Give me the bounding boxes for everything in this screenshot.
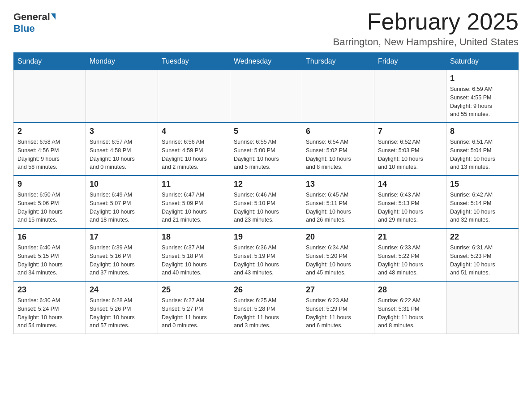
day-info: Sunrise: 6:55 AMSunset: 5:00 PMDaylight:… <box>234 138 298 171</box>
table-row: 21Sunrise: 6:33 AMSunset: 5:22 PMDayligh… <box>374 228 446 281</box>
day-info: Sunrise: 6:31 AMSunset: 5:23 PMDaylight:… <box>450 244 515 277</box>
day-number: 23 <box>17 285 82 295</box>
header-wednesday: Wednesday <box>230 53 302 70</box>
header-sunday: Sunday <box>14 53 86 70</box>
table-row: 6Sunrise: 6:54 AMSunset: 5:02 PMDaylight… <box>302 123 374 176</box>
calendar-week-row: 2Sunrise: 6:58 AMSunset: 4:56 PMDaylight… <box>14 123 519 176</box>
day-number: 12 <box>234 180 298 189</box>
calendar-week-row: 9Sunrise: 6:50 AMSunset: 5:06 PMDaylight… <box>14 176 519 228</box>
logo-blue-text: Blue <box>13 23 35 34</box>
day-number: 2 <box>17 127 82 136</box>
day-info: Sunrise: 6:57 AMSunset: 4:58 PMDaylight:… <box>90 138 154 171</box>
day-info: Sunrise: 6:23 AMSunset: 5:29 PMDaylight:… <box>306 296 370 330</box>
day-info: Sunrise: 6:50 AMSunset: 5:06 PMDaylight:… <box>17 191 82 224</box>
day-number: 19 <box>234 232 298 242</box>
table-row: 28Sunrise: 6:22 AMSunset: 5:31 PMDayligh… <box>374 281 446 334</box>
table-row: 19Sunrise: 6:36 AMSunset: 5:19 PMDayligh… <box>230 228 302 281</box>
table-row: 1Sunrise: 6:59 AMSunset: 4:55 PMDaylight… <box>446 70 519 123</box>
table-row: 13Sunrise: 6:45 AMSunset: 5:11 PMDayligh… <box>302 176 374 228</box>
calendar-week-row: 1Sunrise: 6:59 AMSunset: 4:55 PMDaylight… <box>14 70 519 123</box>
day-number: 3 <box>90 127 154 136</box>
logo-arrow-icon <box>51 13 56 20</box>
page-header: General Blue February 2025 Barrington, N… <box>13 9 519 48</box>
logo: General Blue <box>13 11 56 34</box>
day-info: Sunrise: 6:37 AMSunset: 5:18 PMDaylight:… <box>162 244 226 277</box>
day-info: Sunrise: 6:49 AMSunset: 5:07 PMDaylight:… <box>90 191 154 224</box>
day-number: 25 <box>162 285 226 295</box>
day-number: 15 <box>450 180 515 189</box>
day-number: 5 <box>234 127 298 136</box>
day-number: 20 <box>306 232 370 242</box>
calendar-week-row: 23Sunrise: 6:30 AMSunset: 5:24 PMDayligh… <box>14 281 519 334</box>
table-row: 5Sunrise: 6:55 AMSunset: 5:00 PMDaylight… <box>230 123 302 176</box>
table-row: 9Sunrise: 6:50 AMSunset: 5:06 PMDaylight… <box>14 176 86 228</box>
day-info: Sunrise: 6:43 AMSunset: 5:13 PMDaylight:… <box>378 191 442 224</box>
day-number: 10 <box>90 180 154 189</box>
location-subtitle: Barrington, New Hampshire, United States <box>333 36 519 48</box>
day-info: Sunrise: 6:52 AMSunset: 5:03 PMDaylight:… <box>378 138 442 171</box>
table-row: 10Sunrise: 6:49 AMSunset: 5:07 PMDayligh… <box>86 176 158 228</box>
title-section: February 2025 Barrington, New Hampshire,… <box>333 9 519 48</box>
header-saturday: Saturday <box>446 53 519 70</box>
table-row: 27Sunrise: 6:23 AMSunset: 5:29 PMDayligh… <box>302 281 374 334</box>
calendar-week-row: 16Sunrise: 6:40 AMSunset: 5:15 PMDayligh… <box>14 228 519 281</box>
header-tuesday: Tuesday <box>158 53 230 70</box>
table-row <box>86 70 158 123</box>
calendar-header-row: Sunday Monday Tuesday Wednesday Thursday… <box>14 53 519 70</box>
table-row: 12Sunrise: 6:46 AMSunset: 5:10 PMDayligh… <box>230 176 302 228</box>
day-number: 24 <box>90 285 154 295</box>
day-info: Sunrise: 6:36 AMSunset: 5:19 PMDaylight:… <box>234 244 298 277</box>
logo-general-text: General <box>13 11 50 23</box>
day-number: 7 <box>378 127 442 136</box>
day-info: Sunrise: 6:28 AMSunset: 5:26 PMDaylight:… <box>90 296 154 330</box>
day-info: Sunrise: 6:51 AMSunset: 5:04 PMDaylight:… <box>450 138 515 171</box>
day-number: 11 <box>162 180 226 189</box>
table-row: 20Sunrise: 6:34 AMSunset: 5:20 PMDayligh… <box>302 228 374 281</box>
header-thursday: Thursday <box>302 53 374 70</box>
day-info: Sunrise: 6:47 AMSunset: 5:09 PMDaylight:… <box>162 191 226 224</box>
table-row: 8Sunrise: 6:51 AMSunset: 5:04 PMDaylight… <box>446 123 519 176</box>
calendar-table: Sunday Monday Tuesday Wednesday Thursday… <box>13 52 519 334</box>
day-number: 22 <box>450 232 515 242</box>
day-info: Sunrise: 6:54 AMSunset: 5:02 PMDaylight:… <box>306 138 370 171</box>
day-info: Sunrise: 6:40 AMSunset: 5:15 PMDaylight:… <box>17 244 82 277</box>
day-info: Sunrise: 6:22 AMSunset: 5:31 PMDaylight:… <box>378 296 442 330</box>
day-info: Sunrise: 6:34 AMSunset: 5:20 PMDaylight:… <box>306 244 370 277</box>
day-number: 16 <box>17 232 82 242</box>
table-row: 24Sunrise: 6:28 AMSunset: 5:26 PMDayligh… <box>86 281 158 334</box>
table-row: 25Sunrise: 6:27 AMSunset: 5:27 PMDayligh… <box>158 281 230 334</box>
table-row <box>374 70 446 123</box>
table-row <box>158 70 230 123</box>
header-monday: Monday <box>86 53 158 70</box>
day-info: Sunrise: 6:25 AMSunset: 5:28 PMDaylight:… <box>234 296 298 330</box>
table-row: 3Sunrise: 6:57 AMSunset: 4:58 PMDaylight… <box>86 123 158 176</box>
day-number: 13 <box>306 180 370 189</box>
day-info: Sunrise: 6:46 AMSunset: 5:10 PMDaylight:… <box>234 191 298 224</box>
day-number: 6 <box>306 127 370 136</box>
day-info: Sunrise: 6:58 AMSunset: 4:56 PMDaylight:… <box>17 138 82 171</box>
table-row: 17Sunrise: 6:39 AMSunset: 5:16 PMDayligh… <box>86 228 158 281</box>
day-number: 28 <box>378 285 442 295</box>
table-row <box>302 70 374 123</box>
table-row <box>446 281 519 334</box>
day-info: Sunrise: 6:39 AMSunset: 5:16 PMDaylight:… <box>90 244 154 277</box>
table-row: 16Sunrise: 6:40 AMSunset: 5:15 PMDayligh… <box>14 228 86 281</box>
day-number: 9 <box>17 180 82 189</box>
day-info: Sunrise: 6:56 AMSunset: 4:59 PMDaylight:… <box>162 138 226 171</box>
day-number: 1 <box>450 74 515 83</box>
day-info: Sunrise: 6:59 AMSunset: 4:55 PMDaylight:… <box>450 85 515 119</box>
day-info: Sunrise: 6:30 AMSunset: 5:24 PMDaylight:… <box>17 296 82 330</box>
day-info: Sunrise: 6:45 AMSunset: 5:11 PMDaylight:… <box>306 191 370 224</box>
table-row: 23Sunrise: 6:30 AMSunset: 5:24 PMDayligh… <box>14 281 86 334</box>
table-row: 18Sunrise: 6:37 AMSunset: 5:18 PMDayligh… <box>158 228 230 281</box>
day-number: 26 <box>234 285 298 295</box>
table-row: 26Sunrise: 6:25 AMSunset: 5:28 PMDayligh… <box>230 281 302 334</box>
table-row: 11Sunrise: 6:47 AMSunset: 5:09 PMDayligh… <box>158 176 230 228</box>
day-number: 18 <box>162 232 226 242</box>
day-number: 21 <box>378 232 442 242</box>
day-info: Sunrise: 6:33 AMSunset: 5:22 PMDaylight:… <box>378 244 442 277</box>
day-number: 8 <box>450 127 515 136</box>
day-info: Sunrise: 6:42 AMSunset: 5:14 PMDaylight:… <box>450 191 515 224</box>
table-row: 14Sunrise: 6:43 AMSunset: 5:13 PMDayligh… <box>374 176 446 228</box>
day-number: 27 <box>306 285 370 295</box>
